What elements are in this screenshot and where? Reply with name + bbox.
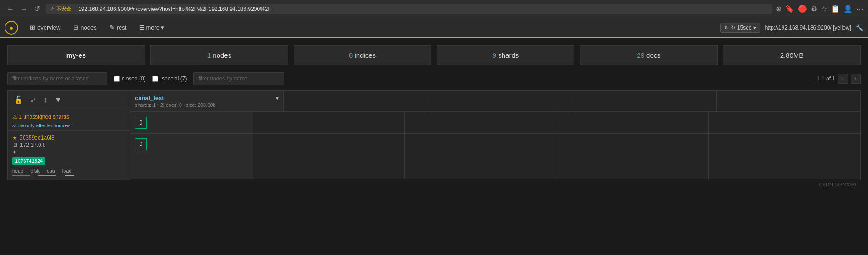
special-checkbox[interactable]: [152, 76, 158, 82]
grid-row-2: 0: [130, 133, 860, 179]
special-checkbox-label[interactable]: .special (7): [152, 75, 187, 82]
left-panel-toolbar: 🔓 ⤢ ↕ ▼: [8, 91, 130, 109]
browser-icon-5[interactable]: ☆: [821, 5, 827, 13]
grid-cells-2: [253, 134, 860, 179]
browser-icon-2[interactable]: 🔖: [785, 5, 794, 13]
closed-checkbox[interactable]: [114, 76, 120, 82]
nav-links: ⊞ overview ⊟ nodes ✎ rest ☰ more ▾: [24, 18, 170, 38]
next-page-button[interactable]: ›: [851, 74, 861, 84]
closed-label: closed (0): [122, 75, 146, 82]
refresh-browser-button[interactable]: ↺: [32, 4, 42, 14]
expand-icon: ⤢: [30, 96, 36, 104]
sort-button[interactable]: ↕: [42, 95, 49, 105]
index-name-cell[interactable]: canal_test shards: 1 * 2| docs: 0 | size…: [130, 91, 284, 111]
indices-count: 8: [349, 51, 353, 59]
disk-label[interactable]: disk: [30, 168, 40, 174]
top-nav: ● ⊞ overview ⊟ nodes ✎ rest ☰ more ▾ ↻ ↻…: [0, 18, 868, 38]
node-id: 56359ee1a6f8: [20, 135, 55, 141]
filter-row: closed (0) .special (7) 1-1 of 1 ‹ ›: [7, 72, 861, 85]
nav-rest[interactable]: ✎ rest: [103, 18, 133, 38]
closed-checkbox-label[interactable]: closed (0): [114, 75, 146, 82]
back-button[interactable]: ←: [5, 4, 16, 14]
rest-label: rest: [117, 24, 127, 31]
sort-icon: ↕: [44, 96, 47, 104]
index-meta: shards: 1 * 2| docs: 0 | size: 208.00b: [135, 102, 279, 108]
node-metrics: heap disk cpu load: [12, 168, 125, 174]
docs-count: 29: [637, 51, 644, 59]
indices-stat-box[interactable]: 8 indices: [294, 45, 431, 65]
index-name: canal_test: [135, 95, 279, 101]
docs-stat-box[interactable]: 29 docs: [580, 45, 718, 65]
node-card: ★ 56359ee1a6f8 🖥 172.17.0.8 ✦ 1073741824…: [8, 131, 130, 180]
pagination-text: 1-1 of 1: [817, 75, 835, 82]
prev-page-button[interactable]: ‹: [838, 74, 848, 84]
heap-label[interactable]: heap: [12, 168, 23, 174]
nodes-label: nodes: [80, 24, 96, 31]
address-bar[interactable]: ⚠ 不安全 | 192.168.94.186:9000/#!/overview?…: [46, 4, 772, 14]
grid-cell-2-1: [253, 134, 405, 179]
filter-indices-input[interactable]: [7, 72, 107, 85]
unassigned-shard-cell: 0: [135, 115, 248, 130]
shards-label: shards: [498, 51, 519, 59]
server-icon: 🖥: [12, 142, 18, 148]
more-label: more: [146, 24, 160, 31]
pagination: 1-1 of 1 ‹ ›: [817, 74, 861, 84]
assigned-shard-cell: 0: [135, 136, 248, 152]
shards-count: 9: [493, 51, 496, 59]
main-content: my-es 1 nodes 8 indices 9 shards 29 docs…: [0, 38, 868, 189]
table-area: 🔓 ⤢ ↕ ▼ ⚠ 1 unassigned shards show only …: [7, 90, 861, 180]
cluster-url: http://192.168.94.186:9200/ [yellow]: [765, 25, 851, 31]
node-symbol-row: ✦: [12, 149, 125, 155]
node-symbol-icon: ✦: [12, 149, 17, 155]
browser-chrome: ← → ↺ ⚠ 不安全 | 192.168.94.186:9000/#!/ove…: [0, 0, 868, 18]
nodes-label: nodes: [213, 51, 231, 59]
refresh-button[interactable]: ↻ ↻ 15sec ▾: [720, 23, 760, 33]
unassigned-warning: ⚠ 1 unassigned shards: [12, 114, 125, 120]
grid-cell-1-4: [709, 112, 860, 133]
grid-cell-2-4: [709, 134, 860, 179]
browser-icon-1[interactable]: ⊕: [776, 5, 782, 13]
size-stat-box[interactable]: 2.80MB: [723, 45, 861, 65]
nav-overview[interactable]: ⊞ overview: [24, 18, 67, 38]
cluster-name-box[interactable]: my-es: [7, 45, 145, 65]
filter-dropdown-button[interactable]: ▼: [53, 95, 64, 105]
browser-icon-6[interactable]: 📋: [831, 5, 840, 13]
nav-right: ↻ ↻ 15sec ▾ http://192.168.94.186:9200/ …: [720, 23, 863, 33]
right-grid: canal_test shards: 1 * 2| docs: 0 | size…: [130, 91, 860, 180]
nav-nodes[interactable]: ⊟ nodes: [67, 18, 103, 38]
browser-icon-4[interactable]: ⚙: [811, 5, 817, 13]
shards-stat-box[interactable]: 9 shards: [437, 45, 574, 65]
expand-button[interactable]: ⤢: [29, 95, 38, 105]
browser-icon-3[interactable]: 🔴: [798, 5, 807, 13]
node-ip-row: 🖥 172.17.0.8: [12, 142, 125, 148]
grid-row-1: 0: [130, 112, 860, 133]
browser-icon-7[interactable]: 👤: [843, 5, 853, 13]
show-affected-link[interactable]: show only affected indices: [12, 123, 70, 128]
overview-label: overview: [37, 24, 60, 31]
grid-cell-2-2: [405, 134, 557, 179]
grid-cell-1-2: [405, 112, 557, 133]
cluster-name: my-es: [66, 51, 86, 59]
forward-button[interactable]: →: [18, 4, 30, 14]
filter-nodes-input[interactable]: [193, 72, 284, 85]
nodes-icon: ⊟: [73, 24, 78, 31]
grid-cell-1-1: [253, 112, 405, 133]
node-name-row: ★ 56359ee1a6f8: [12, 135, 125, 141]
shard-header-col-1: [284, 91, 428, 111]
load-label[interactable]: load: [62, 168, 72, 174]
nav-more[interactable]: ☰ more ▾: [133, 18, 170, 38]
lock-icon: 🔓: [14, 96, 23, 104]
cpu-label[interactable]: cpu: [47, 168, 55, 174]
browser-nav: ← → ↺: [5, 4, 42, 14]
browser-toolbar: ⊕ 🔖 🔴 ⚙ ☆ 📋 👤 ⋯: [776, 5, 863, 13]
nodes-stat-box[interactable]: 1 nodes: [150, 45, 288, 65]
app-logo: ●: [5, 21, 18, 35]
browser-more[interactable]: ⋯: [856, 5, 863, 13]
wrench-icon[interactable]: 🔧: [856, 24, 863, 31]
size-value: 2.80MB: [780, 51, 804, 59]
shard-header-col-4: [717, 91, 860, 111]
shard-header-col-2: [428, 91, 572, 111]
stats-row: my-es 1 nodes 8 indices 9 shards 29 docs…: [7, 45, 861, 65]
lock-button[interactable]: 🔓: [12, 95, 25, 105]
cpu-bar: [65, 175, 74, 176]
